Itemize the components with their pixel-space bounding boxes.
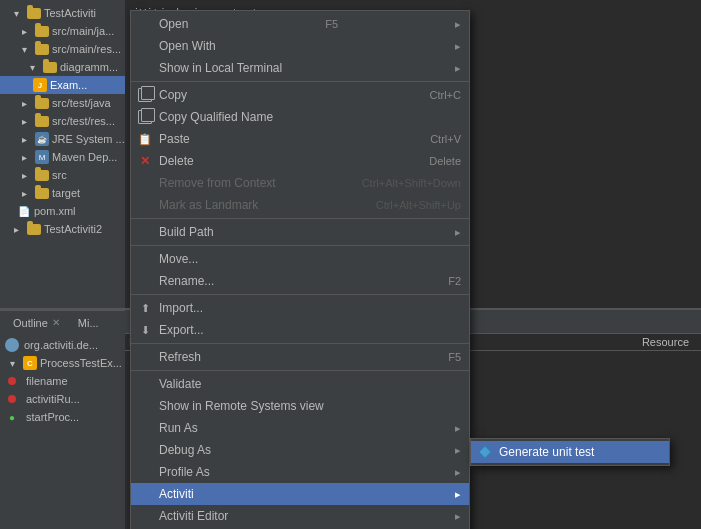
outline-label: filename <box>26 375 68 387</box>
menu-separator <box>131 218 469 219</box>
tree-label: TestActiviti2 <box>44 223 102 235</box>
expand-icon: ▸ <box>16 23 32 39</box>
menu-label: Open With <box>159 39 216 53</box>
menu-item-export[interactable]: ⬇ Export... <box>131 319 469 341</box>
menu-label: Export... <box>159 323 204 337</box>
menu-label: Import... <box>159 301 203 315</box>
menu-item-run-as[interactable]: Run As ▸ <box>131 417 469 439</box>
menu-label: Move... <box>159 252 198 266</box>
tree-item-pom[interactable]: 📄 pom.xml <box>0 202 125 220</box>
menu-separator <box>131 245 469 246</box>
menu-item-debug-as[interactable]: Debug As ▸ <box>131 439 469 461</box>
menu-label: Delete <box>159 154 194 168</box>
outline-item-filename[interactable]: filename <box>0 372 125 390</box>
tree-label: src <box>52 169 67 181</box>
project-tree: ▾ TestActiviti ▸ src/main/ja... ▾ src/ma… <box>0 0 125 320</box>
tree-item-src-main-res[interactable]: ▾ src/main/res... <box>0 40 125 58</box>
menu-item-move[interactable]: Move... <box>131 248 469 270</box>
submenu-item-generate-unit-test[interactable]: Generate unit test <box>471 441 669 463</box>
tab-mi[interactable]: Mi... <box>69 312 108 334</box>
menu-item-show-remote[interactable]: Show in Remote Systems view <box>131 395 469 417</box>
context-menu: Open F5 ▸ Open With ▸ Show in Local Term… <box>130 10 470 529</box>
tree-label: src/test/res... <box>52 115 115 127</box>
tree-item-src-test-res[interactable]: ▸ src/test/res... <box>0 112 125 130</box>
menu-item-delete[interactable]: ✕ Delete Delete <box>131 150 469 172</box>
shortcut-label: F5 <box>305 18 338 30</box>
menu-separator <box>131 81 469 82</box>
delete-icon: ✕ <box>137 153 153 169</box>
tree-label: diagramm... <box>60 61 118 73</box>
bottom-tab-bar: Outline ✕ Mi... <box>0 310 125 334</box>
menu-label: Validate <box>159 377 201 391</box>
file-icon: J <box>32 77 48 93</box>
export-icon: ⬇ <box>137 322 153 338</box>
expand-icon: ▾ <box>4 355 20 371</box>
menu-label: Remove from Context <box>159 176 276 190</box>
shortcut-label: F2 <box>428 275 461 287</box>
lib-icon: M <box>34 149 50 165</box>
menu-item-validate[interactable]: Validate <box>131 373 469 395</box>
arrow-icon: ▸ <box>455 510 461 523</box>
field-icon <box>4 391 20 407</box>
tree-item-maven[interactable]: ▸ M Maven Dep... <box>0 148 125 166</box>
menu-item-build-path[interactable]: Build Path ▸ <box>131 221 469 243</box>
tree-item-target[interactable]: ▸ target <box>0 184 125 202</box>
tree-label: JRE System ... <box>52 133 125 145</box>
tree-label: src/main/ja... <box>52 25 114 37</box>
outline-item-start-proc[interactable]: ● startProc... <box>0 408 125 426</box>
package-icon <box>4 337 20 353</box>
outline-item-class[interactable]: ▾ C ProcessTestEx... <box>0 354 125 372</box>
menu-label: Activiti <box>159 487 194 501</box>
outline-item-activiti-rule[interactable]: activitiRu... <box>0 390 125 408</box>
tree-item-src-main-java[interactable]: ▸ src/main/ja... <box>0 22 125 40</box>
arrow-icon: ▸ <box>455 226 461 239</box>
arrow-icon: ▸ <box>455 466 461 479</box>
col-resource: Resource <box>617 336 697 348</box>
tree-label: Exam... <box>50 79 87 91</box>
tree-item-testactiviti2[interactable]: ▸ TestActiviti2 <box>0 220 125 238</box>
menu-separator <box>131 294 469 295</box>
tab-outline[interactable]: Outline ✕ <box>4 312 69 334</box>
tab-label: Outline <box>13 317 48 329</box>
class-icon: C <box>22 355 38 371</box>
close-icon[interactable]: ✕ <box>52 317 60 328</box>
outline-item-package[interactable]: org.activiti.de... <box>0 336 125 354</box>
menu-item-activiti-editor[interactable]: Activiti Editor ▸ <box>131 505 469 527</box>
tree-item-diagram[interactable]: ▾ diagramm... <box>0 58 125 76</box>
menu-item-mark-landmark: Mark as Landmark Ctrl+Alt+Shift+Up <box>131 194 469 216</box>
project-folder-icon <box>26 5 42 21</box>
project-icon <box>26 221 42 237</box>
menu-item-import[interactable]: ⬆ Import... <box>131 297 469 319</box>
expand-icon: ▾ <box>16 41 32 57</box>
tree-item-src[interactable]: ▸ src <box>0 166 125 184</box>
menu-item-open[interactable]: Open F5 ▸ <box>131 13 469 35</box>
tree-item-jre[interactable]: ▸ ☕ JRE System ... <box>0 130 125 148</box>
menu-item-show-local-terminal[interactable]: Show in Local Terminal ▸ <box>131 57 469 79</box>
menu-item-copy[interactable]: Copy Ctrl+C <box>131 84 469 106</box>
menu-label: Profile As <box>159 465 210 479</box>
menu-item-remove-context: Remove from Context Ctrl+Alt+Shift+Down <box>131 172 469 194</box>
copy-qualified-icon <box>137 109 153 125</box>
tree-item-exam[interactable]: J Exam... <box>0 76 125 94</box>
folder-icon <box>34 41 50 57</box>
tree-item-src-test-java[interactable]: ▸ src/test/java <box>0 94 125 112</box>
menu-item-profile-as[interactable]: Profile As ▸ <box>131 461 469 483</box>
expand-icon: ▸ <box>16 185 32 201</box>
expand-icon: ▸ <box>16 167 32 183</box>
copy-icon <box>137 87 153 103</box>
tree-item-testactiviti[interactable]: ▾ TestActiviti <box>0 4 125 22</box>
folder-icon <box>34 95 50 111</box>
menu-item-rename[interactable]: Rename... F2 <box>131 270 469 292</box>
menu-label: Run As <box>159 421 198 435</box>
menu-item-refresh[interactable]: Refresh F5 <box>131 346 469 368</box>
menu-item-copy-qualified[interactable]: Copy Qualified Name <box>131 106 469 128</box>
tree-label: target <box>52 187 80 199</box>
menu-item-paste[interactable]: 📋 Paste Ctrl+V <box>131 128 469 150</box>
menu-item-activiti[interactable]: Activiti ▸ <box>131 483 469 505</box>
menu-label: Paste <box>159 132 190 146</box>
menu-label: Copy <box>159 88 187 102</box>
diamond-icon <box>477 444 493 460</box>
shortcut-label: Ctrl+C <box>410 89 461 101</box>
shortcut-label: Ctrl+Alt+Shift+Up <box>356 199 461 211</box>
menu-item-open-with[interactable]: Open With ▸ <box>131 35 469 57</box>
